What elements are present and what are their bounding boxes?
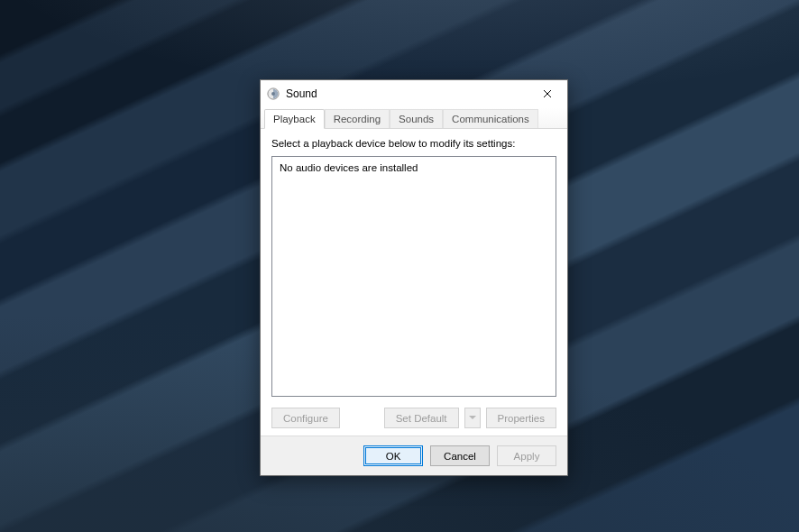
tab-recording[interactable]: Recording	[325, 109, 390, 128]
device-buttons-row: Configure Set Default Properties	[271, 408, 556, 428]
tab-communications[interactable]: Communications	[443, 109, 538, 128]
dialog-footer: OK Cancel Apply	[261, 436, 567, 475]
tab-label: Recording	[334, 114, 381, 124]
ok-button[interactable]: OK	[363, 445, 423, 466]
window-title: Sound	[286, 87, 528, 100]
dialog-body: Select a playback device below to modify…	[261, 129, 567, 436]
tab-sounds[interactable]: Sounds	[390, 109, 443, 128]
tab-playback[interactable]: Playback	[264, 109, 325, 129]
set-default-button: Set Default	[384, 408, 459, 428]
cancel-button[interactable]: Cancel	[430, 445, 490, 466]
properties-button: Properties	[486, 408, 556, 428]
close-button[interactable]	[528, 80, 567, 107]
sound-icon	[266, 87, 280, 101]
device-list[interactable]: No audio devices are installed	[271, 156, 556, 397]
instruction-text: Select a playback device below to modify…	[271, 138, 556, 149]
tab-label: Sounds	[399, 114, 434, 124]
sound-dialog: Sound Playback Recording Sounds Communic…	[260, 79, 568, 476]
desktop-background: Sound Playback Recording Sounds Communic…	[0, 0, 799, 532]
apply-button: Apply	[497, 445, 556, 466]
empty-devices-message: No audio devices are installed	[280, 162, 418, 173]
chevron-down-icon	[469, 416, 476, 420]
configure-button: Configure	[271, 408, 340, 428]
titlebar: Sound	[261, 80, 567, 107]
svg-point-1	[271, 92, 275, 96]
tab-label: Playback	[273, 114, 316, 124]
tabstrip: Playback Recording Sounds Communications	[261, 107, 567, 129]
tab-label: Communications	[452, 114, 529, 124]
set-default-dropdown	[464, 408, 481, 428]
